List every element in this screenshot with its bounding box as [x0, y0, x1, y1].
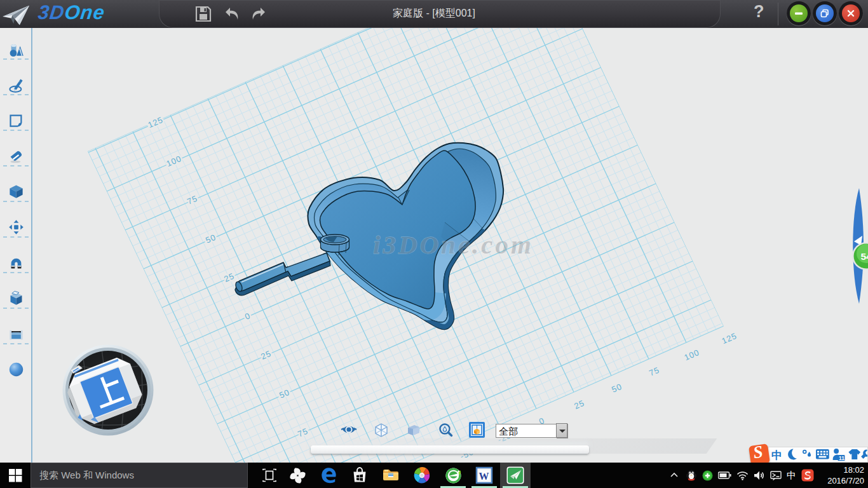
svg-text:100: 100 — [682, 348, 701, 363]
svg-text:i3DOne.com: i3DOne.com — [373, 230, 534, 259]
svg-text:0: 0 — [243, 311, 252, 322]
svg-text:11: 11 — [839, 455, 844, 461]
svg-text:75: 75 — [296, 426, 309, 438]
svg-text:125: 125 — [720, 331, 738, 346]
svg-text:125: 125 — [146, 115, 165, 130]
svg-text:75: 75 — [648, 365, 661, 377]
svg-text:50: 50 — [278, 387, 291, 400]
svg-text:50: 50 — [204, 232, 217, 245]
svg-text:25: 25 — [573, 398, 586, 410]
svg-text:54: 54 — [861, 251, 868, 262]
svg-text:50: 50 — [610, 381, 623, 394]
svg-text:75: 75 — [186, 193, 199, 206]
svg-text:25: 25 — [222, 271, 236, 283]
svg-text:25: 25 — [259, 348, 273, 361]
svg-text:中: 中 — [771, 449, 782, 461]
svg-text:W: W — [479, 471, 489, 482]
